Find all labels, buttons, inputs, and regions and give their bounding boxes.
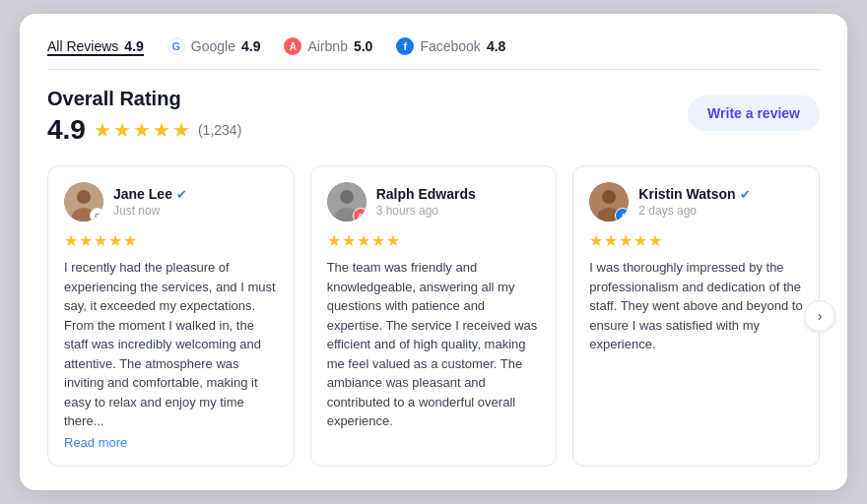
r2-star-5: ★ — [648, 231, 662, 250]
platform-badge-0: G — [90, 208, 103, 221]
overall-rating-section: Overall Rating 4.9 ★ ★ ★ ★ ★ (1,234) Wri… — [47, 88, 820, 146]
reviewer-info-2: Kristin Watson ✔ 2 days ago — [638, 186, 803, 218]
tab-all-rating: 4.9 — [124, 38, 143, 54]
tabs-bar: All Reviews 4.9 G Google 4.9 A Airbnb 5.… — [47, 37, 820, 70]
review-stars-2: ★ ★ ★ ★ ★ — [589, 231, 803, 250]
review-stars-1: ★ ★ ★ ★ ★ — [327, 231, 541, 250]
google-icon: G — [167, 37, 185, 55]
reviewer-name-row-2: Kristin Watson ✔ — [638, 186, 803, 202]
reviewer-info-1: Ralph Edwards 3 hours ago — [376, 186, 541, 218]
avatar-1: A — [327, 182, 367, 221]
tab-airbnb-label: Airbnb — [307, 38, 347, 54]
tab-facebook-rating: 4.8 — [487, 38, 505, 54]
reviewer-name-row-1: Ralph Edwards — [376, 186, 541, 202]
r1-star-5: ★ — [386, 231, 400, 250]
verified-icon-2: ✔ — [740, 187, 751, 202]
review-card-0: G Jane Lee ✔ Just now ★ ★ ★ ★ ★ I recent… — [47, 165, 295, 467]
reviewer-name-row-0: Jane Lee ✔ — [113, 186, 278, 202]
review-text-0: I recently had the pleasure of experienc… — [64, 258, 278, 431]
svg-point-7 — [602, 190, 616, 204]
star-1: ★ — [94, 118, 111, 142]
reviewer-header-2: f Kristin Watson ✔ 2 days ago — [589, 182, 803, 221]
r0-star-4: ★ — [108, 231, 122, 250]
tab-facebook[interactable]: f Facebook 4.8 — [396, 37, 505, 57]
tab-airbnb[interactable]: A Airbnb 5.0 — [284, 37, 372, 57]
r2-star-2: ★ — [604, 231, 618, 250]
reviewer-header-0: G Jane Lee ✔ Just now — [64, 182, 278, 221]
r0-star-2: ★ — [79, 231, 93, 250]
r1-star-4: ★ — [371, 231, 385, 250]
overall-stars: ★ ★ ★ ★ ★ — [94, 118, 190, 142]
review-text-1: The team was friendly and knowledgeable,… — [327, 258, 541, 431]
airbnb-icon: A — [284, 37, 301, 55]
facebook-icon: f — [396, 37, 414, 55]
star-4: ★ — [153, 118, 170, 142]
star-3: ★ — [133, 118, 151, 142]
write-review-button[interactable]: Write a review — [688, 95, 820, 131]
reviews-widget: All Reviews 4.9 G Google 4.9 A Airbnb 5.… — [20, 14, 847, 490]
tab-airbnb-rating: 5.0 — [354, 38, 372, 54]
reviewer-info-0: Jane Lee ✔ Just now — [113, 186, 278, 218]
reviewer-name-2: Kristin Watson — [638, 186, 735, 202]
r2-star-1: ★ — [589, 231, 603, 250]
r0-star-5: ★ — [123, 231, 137, 250]
review-time-0: Just now — [113, 204, 278, 218]
r1-star-3: ★ — [357, 231, 370, 250]
next-arrow-button[interactable]: › — [804, 300, 835, 332]
tab-all-label: All Reviews — [47, 38, 118, 54]
r2-star-3: ★ — [619, 231, 633, 250]
review-card-2: f Kristin Watson ✔ 2 days ago ★ ★ ★ ★ ★ … — [572, 165, 820, 467]
read-more-link-0[interactable]: Read more — [64, 435, 278, 450]
star-2: ★ — [113, 118, 131, 142]
avatar-0: G — [64, 182, 103, 221]
star-5: ★ — [172, 118, 190, 142]
review-stars-0: ★ ★ ★ ★ ★ — [64, 231, 278, 250]
tab-facebook-label: Facebook — [420, 38, 480, 54]
avatar-2: f — [589, 182, 629, 221]
overall-score-row: 4.9 ★ ★ ★ ★ ★ (1,234) — [47, 114, 241, 146]
r0-star-3: ★ — [94, 231, 107, 250]
platform-badge-2: f — [615, 208, 629, 221]
overall-score: 4.9 — [47, 114, 86, 146]
verified-icon-0: ✔ — [176, 187, 187, 202]
r2-star-4: ★ — [634, 231, 647, 250]
svg-point-4 — [340, 190, 354, 204]
r0-star-1: ★ — [64, 231, 78, 250]
tab-google-label: Google — [191, 38, 235, 54]
review-time-1: 3 hours ago — [376, 204, 541, 218]
r1-star-1: ★ — [327, 231, 341, 250]
reviews-grid: G Jane Lee ✔ Just now ★ ★ ★ ★ ★ I recent… — [47, 165, 820, 467]
tab-all-reviews[interactable]: All Reviews 4.9 — [47, 38, 144, 56]
reviewer-name-0: Jane Lee — [113, 186, 172, 202]
platform-badge-1: A — [353, 208, 367, 221]
review-text-2: I was thoroughly impressed by the profes… — [589, 258, 803, 354]
review-count: (1,234) — [198, 122, 241, 138]
review-time-2: 2 days ago — [638, 204, 803, 218]
tab-google[interactable]: G Google 4.9 — [167, 37, 261, 57]
overall-rating-title: Overall Rating — [47, 88, 241, 110]
r1-star-2: ★ — [342, 231, 356, 250]
svg-point-1 — [77, 190, 91, 204]
review-card-1: A Ralph Edwards 3 hours ago ★ ★ ★ ★ ★ Th… — [310, 165, 558, 467]
reviewer-header-1: A Ralph Edwards 3 hours ago — [327, 182, 541, 221]
reviewer-name-1: Ralph Edwards — [376, 186, 476, 202]
overall-rating-left: Overall Rating 4.9 ★ ★ ★ ★ ★ (1,234) — [47, 88, 241, 146]
tab-google-rating: 4.9 — [241, 38, 260, 54]
